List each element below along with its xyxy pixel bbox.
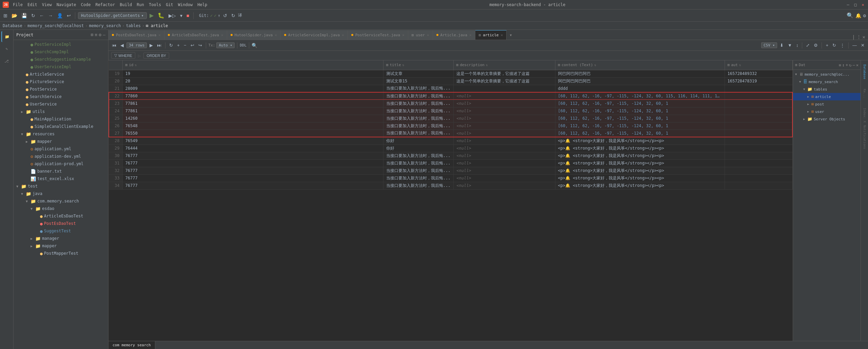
bottom-tab-com-memory-search[interactable]: com memory search	[108, 341, 155, 349]
tree-item-userServiceImpl[interactable]: ● UserServiceImpl	[14, 63, 108, 71]
id-cell[interactable]: 76550	[122, 130, 383, 137]
title-cell[interactable]: 当接口要加入新方法时，我后悔...	[383, 100, 453, 107]
close-panel-icon[interactable]: —	[103, 32, 105, 37]
db-header-btn4[interactable]: ↻	[849, 63, 851, 67]
id-cell[interactable]: 76777	[122, 159, 383, 167]
ke-tab[interactable]: Ke...	[862, 83, 868, 104]
menu-help[interactable]: Help	[195, 2, 209, 8]
author-cell[interactable]	[725, 144, 792, 152]
tab-close-icon[interactable]: ✕	[501, 33, 503, 37]
db-tree-server-objects[interactable]: ▶ 📁 Server Objects	[793, 115, 861, 123]
next-page-button[interactable]: ▶	[148, 42, 154, 49]
back-button[interactable]: ←	[38, 12, 45, 19]
tree-item-utils[interactable]: ▶ 📁 utils	[14, 108, 108, 115]
table-row[interactable]: 19 19 测试文章 这是一个简单的文章摘要，它描述了这篇 阿巴阿巴阿巴阿巴 1…	[109, 70, 792, 77]
tree-item-suggestTest[interactable]: ● SuggestTest	[14, 227, 108, 235]
col-title[interactable]: ⊞ title ⇅	[383, 60, 453, 70]
content-cell[interactable]: 阿巴阿巴阿巴阿巴	[555, 77, 725, 85]
filter-button[interactable]: ▼	[786, 42, 793, 49]
title-cell[interactable]: 当接口要加入新方法时，我后悔...	[383, 182, 453, 189]
desc-cell[interactable]: <null>	[453, 122, 555, 130]
id-cell[interactable]: 20	[122, 77, 383, 85]
id-cell[interactable]: 76777	[122, 174, 383, 182]
desc-cell[interactable]: <null>	[453, 100, 555, 107]
author-cell[interactable]	[725, 159, 792, 167]
table-row[interactable]: 20 20 测试文章15 这是一个简单的文章摘要，它描述了这篇 阿巴阿巴阿巴阿巴…	[109, 77, 792, 85]
tab-articleServiceImpl[interactable]: ArticleServiceImpl.java ✕	[281, 30, 348, 40]
tab-articleEsDaoTest[interactable]: ArticleEsDaoTest.java ✕	[164, 30, 227, 40]
table-row[interactable]: 24 77861 当接口要加入新方法时，我后悔... <null> [60, 1…	[109, 107, 792, 115]
csv-dropdown[interactable]: CSV ▾	[761, 42, 777, 48]
settings-db-button[interactable]: ⚙	[812, 42, 819, 49]
tree-item-banner[interactable]: 📄 banner.txt	[14, 168, 108, 175]
db-tree-host[interactable]: ▼ 🖥 memory_search@loc...	[793, 71, 861, 78]
stop-button[interactable]: ■	[185, 12, 191, 19]
desc-cell[interactable]: 这是一个简单的文章摘要，它描述了这篇	[453, 70, 555, 77]
db-header-btn1[interactable]: ≡	[839, 63, 841, 67]
breadcrumb-tables[interactable]: tables	[126, 23, 141, 28]
tree-item-pictureService[interactable]: ● PictureService	[14, 78, 108, 85]
desc-cell[interactable]: <null>	[453, 174, 555, 182]
tab-user[interactable]: ⊞ user ✕	[408, 30, 433, 40]
search-everywhere-icon[interactable]: 🔍	[847, 12, 853, 19]
tree-item-searchService[interactable]: ● SearchService	[14, 93, 108, 100]
content-cell[interactable]: <p>🔔 <strong>大家好，我是风筝</strong></p><p>	[555, 174, 725, 182]
title-cell[interactable]: 当接口要加入新方法时，我后悔...	[383, 107, 453, 115]
id-cell[interactable]: 76777	[122, 182, 383, 189]
tab-overflow-button[interactable]: ▾	[507, 30, 515, 40]
tree-item-searchCompImpl[interactable]: ● SearchCompImpl	[14, 48, 108, 56]
content-cell[interactable]: [60, 112, 62, -16, -97, -115, -124, 32, …	[555, 100, 725, 107]
title-cell[interactable]: 当接口要加入新方法时，我后悔...	[383, 152, 453, 159]
project-sidebar-icon[interactable]: 📁	[1, 31, 12, 42]
title-cell[interactable]: 当接口要加入新方法时，我后悔...	[383, 167, 453, 174]
id-cell[interactable]: 76777	[122, 167, 383, 174]
title-cell[interactable]: 当接口要加入新方法时，我后悔...	[383, 85, 453, 92]
add-table-button[interactable]: +	[824, 42, 830, 49]
menu-run[interactable]: Run	[135, 2, 146, 8]
title-cell[interactable]: 当接口要加入新方法时，我后悔...	[383, 92, 453, 100]
content-cell[interactable]: 阿巴阿巴阿巴阿巴	[555, 70, 725, 77]
tree-item-mapper[interactable]: ▶ 📁 mapper	[14, 138, 108, 145]
search-icon[interactable]: 🔍	[252, 43, 257, 48]
run-with-coverage-button[interactable]: ▶▷	[167, 12, 177, 19]
title-cell[interactable]: 当接口要加入新方法时，我后悔...	[383, 122, 453, 130]
desc-cell[interactable]: <null>	[453, 130, 555, 137]
db-tree-schema[interactable]: ▼ 🗄 memory_search	[793, 78, 861, 85]
menu-code[interactable]: Code	[79, 2, 93, 8]
db-tree-user[interactable]: ▶ ⊞ user	[793, 108, 861, 115]
settings-icon[interactable]: ⚙	[99, 32, 101, 37]
title-cell[interactable]: 你好	[383, 144, 453, 152]
tree-item-manager[interactable]: ▶ 📁 manager	[14, 235, 108, 242]
db-tree-article[interactable]: ▶ ⊞ article	[793, 93, 861, 100]
author-cell[interactable]	[725, 85, 792, 92]
tree-item-postServiceImpl[interactable]: ● PostServiceImpl	[14, 41, 108, 48]
menu-edit[interactable]: Edit	[25, 2, 39, 8]
rows-dropdown[interactable]: 34 rows	[126, 42, 147, 48]
id-cell[interactable]: 76777	[122, 152, 383, 159]
commit-sidebar-icon[interactable]: ✎	[1, 43, 12, 54]
author-cell[interactable]	[725, 167, 792, 174]
tree-item-java[interactable]: ▼ 📁 java	[14, 190, 108, 197]
tree-item-appDevYml[interactable]: ⚙ application-dev.yml	[14, 153, 108, 160]
table-row[interactable]: 21 28009 当接口要加入新方法时，我后悔... dddd	[109, 85, 792, 92]
author-cell[interactable]	[725, 122, 792, 130]
content-cell[interactable]: [60, 112, 62, -16, -97, -115, -124, 32, …	[555, 130, 725, 137]
tab-close-icon[interactable]: ✕	[158, 33, 161, 37]
content-cell[interactable]: [60, 112, 62, -16, -97, -115, -124, 32, …	[555, 122, 725, 130]
db-header-btn2[interactable]: ↕	[842, 63, 845, 67]
git-refresh-button[interactable]: ↻	[230, 12, 237, 19]
tree-item-articleEsDaoTest[interactable]: ● ArticleEsDaoTest	[14, 212, 108, 220]
desc-cell[interactable]: <null>	[453, 182, 555, 189]
tab-close-icon[interactable]: ✕	[342, 33, 344, 37]
id-cell[interactable]: 76548	[122, 122, 383, 130]
run-config-dropdown[interactable]: HutoolSpider.getContents ▾	[78, 12, 147, 19]
id-cell[interactable]: 19	[122, 70, 383, 77]
sync-db-button[interactable]: ↻	[831, 42, 837, 49]
id-cell[interactable]: 77861	[122, 107, 383, 115]
db-tree-tables[interactable]: ▼ 📁 tables	[793, 85, 861, 93]
title-cell[interactable]: 你好	[383, 137, 453, 144]
col-description[interactable]: ⊞ description ⇅	[453, 60, 555, 70]
title-cell[interactable]: 测试文章	[383, 70, 453, 77]
more-db-button[interactable]: ⋮	[839, 42, 846, 49]
close-panel-button[interactable]: ✕	[860, 42, 866, 49]
